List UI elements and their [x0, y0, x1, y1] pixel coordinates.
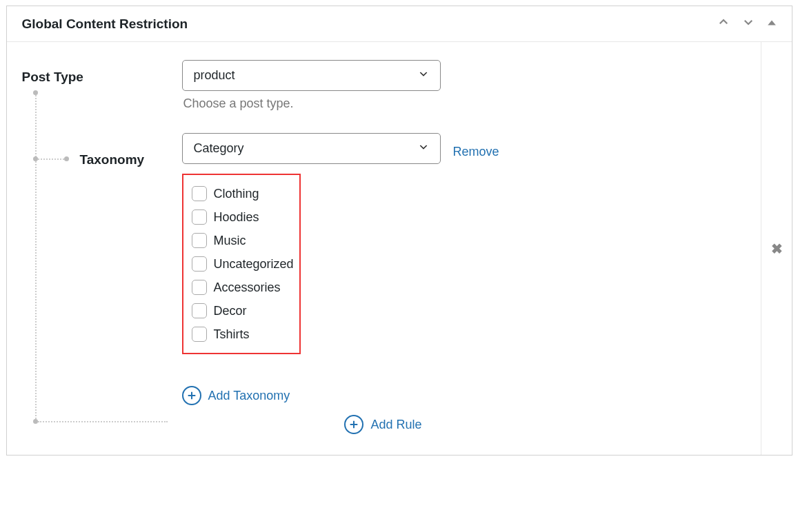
add-rule-bar: Add Rule [22, 405, 745, 434]
term-item: Music [192, 229, 290, 252]
term-label[interactable]: Tshirts [214, 327, 250, 342]
post-type-label: Post Type [22, 70, 83, 84]
term-checkbox[interactable] [192, 280, 207, 295]
plus-icon [182, 386, 201, 405]
term-label[interactable]: Accessories [214, 280, 281, 295]
collapse-icon[interactable] [767, 17, 777, 31]
add-taxonomy-button[interactable]: Add Taxonomy [182, 386, 745, 405]
chevron-down-icon [418, 68, 429, 83]
restriction-panel: Global Content Restriction [6, 6, 792, 456]
taxonomy-label: Taxonomy [22, 143, 182, 167]
term-checkbox[interactable] [192, 303, 207, 318]
post-type-row: Post Type product Choose a post type. [22, 60, 745, 111]
taxonomy-select[interactable]: Category [182, 133, 441, 164]
term-checkbox[interactable] [192, 256, 207, 272]
term-item: Uncategorized [192, 252, 290, 276]
term-checkbox[interactable] [192, 186, 207, 201]
term-checkbox[interactable] [192, 209, 207, 225]
term-checkbox[interactable] [192, 233, 207, 248]
panel-header: Global Content Restriction [7, 6, 792, 42]
taxonomy-value: Category [194, 141, 244, 156]
post-type-hint: Choose a post type. [183, 96, 745, 111]
form-area: Post Type product Choose a post type. Ta… [22, 60, 745, 434]
term-item: Accessories [192, 276, 290, 299]
move-up-icon[interactable] [717, 16, 730, 32]
remove-taxonomy-link[interactable]: Remove [453, 138, 499, 159]
term-label[interactable]: Hoodies [214, 210, 259, 225]
add-rule-label: Add Rule [370, 418, 421, 432]
add-rule-button[interactable]: Add Rule [344, 415, 421, 434]
plus-icon [344, 415, 363, 434]
term-item: Clothing [192, 182, 290, 205]
term-label[interactable]: Decor [214, 304, 247, 318]
term-label[interactable]: Uncategorized [214, 257, 294, 272]
chevron-down-icon [418, 141, 429, 156]
term-label[interactable]: Music [214, 234, 246, 248]
term-item: Decor [192, 299, 290, 323]
taxonomy-row: Taxonomy Category Remove [22, 133, 745, 405]
svg-marker-0 [768, 21, 776, 25]
close-icon: ✖ [771, 241, 783, 257]
panel-title: Global Content Restriction [22, 17, 188, 32]
panel-controls [717, 16, 777, 32]
term-label[interactable]: Clothing [214, 187, 259, 201]
term-item: Hoodies [192, 205, 290, 229]
move-down-icon[interactable] [742, 16, 755, 32]
term-checkbox[interactable] [192, 327, 207, 342]
panel-body: Post Type product Choose a post type. Ta… [7, 42, 792, 455]
post-type-select[interactable]: product [182, 60, 441, 91]
term-item: Tshirts [192, 323, 290, 346]
taxonomy-terms-box: Clothing Hoodies Music Uncategorize [182, 174, 301, 354]
add-taxonomy-label: Add Taxonomy [208, 389, 290, 403]
remove-panel-button[interactable]: ✖ [761, 42, 792, 455]
post-type-value: product [194, 68, 235, 83]
